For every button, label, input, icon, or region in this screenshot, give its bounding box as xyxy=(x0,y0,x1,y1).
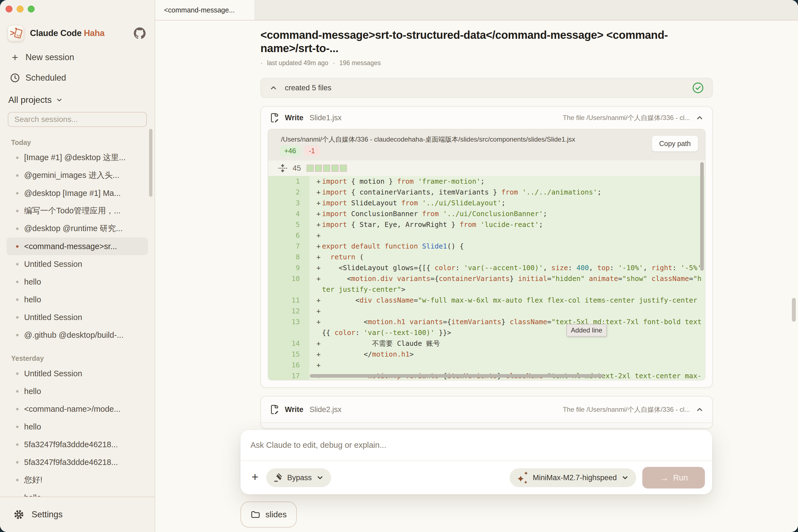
session-dot-icon xyxy=(16,299,19,301)
code-line: 8 + return ( xyxy=(268,252,705,262)
additions-badge: +46 xyxy=(280,146,300,156)
session-list-item[interactable]: Untitled Session xyxy=(7,365,148,382)
session-dot-icon xyxy=(16,156,19,159)
code-text: <motion.div variants={containerVariants}… xyxy=(322,274,705,283)
session-dot-icon xyxy=(16,281,19,283)
clock-icon xyxy=(8,73,22,83)
prompt-input[interactable] xyxy=(241,430,712,460)
scheduled-button[interactable]: Scheduled xyxy=(8,71,147,85)
line-number: 10 xyxy=(268,274,309,283)
line-number: 1 xyxy=(268,177,309,185)
github-icon[interactable] xyxy=(134,27,146,39)
code-vertical-scrollbar[interactable] xyxy=(700,162,704,271)
session-list-item[interactable]: hello xyxy=(7,291,148,308)
model-selector-dropdown[interactable]: ✦✦✦ MiniMax-M2.7-highspeed xyxy=(510,468,636,487)
line-number: 2 xyxy=(268,188,309,196)
run-button[interactable]: → Run xyxy=(642,467,705,489)
chevron-down-icon xyxy=(621,474,629,481)
line-number: 14 xyxy=(268,339,309,347)
code-text: import { motion } from 'framer-motion'; xyxy=(322,177,705,185)
code-text: </motion.h1> xyxy=(322,350,705,358)
search-sessions-input[interactable] xyxy=(8,112,147,127)
code-line: ter justify-center"> xyxy=(268,284,705,295)
file-write-card-slide2: Write Slide2.jsx The file /Users/nanmi/个… xyxy=(261,396,712,429)
code-line: 7 + export default function Slide1() { xyxy=(268,241,705,252)
sidebar-scrollbar[interactable] xyxy=(149,129,152,197)
session-dot-icon xyxy=(16,425,19,428)
code-text: export default function Slide1() { xyxy=(322,242,705,250)
session-dot-icon xyxy=(16,316,19,319)
new-session-button[interactable]: + New session xyxy=(8,51,147,64)
session-list-item[interactable]: [Image #1] @desktop 这里... xyxy=(7,149,148,167)
session-list-item[interactable]: 5fa3247f9fa3ddde46218... xyxy=(7,453,148,471)
composer-panel: + Bypass ✦✦✦ xyxy=(241,430,712,494)
code-text: return ( xyxy=(322,253,705,261)
tab-command-message[interactable]: <command-message... xyxy=(155,0,254,20)
app-title: Claude Code Haha xyxy=(30,28,104,38)
session-list-item[interactable]: <command-message>sr... xyxy=(7,238,148,255)
session-dot-icon xyxy=(16,245,19,248)
session-list-item[interactable]: 5fa3247f9fa3ddde46218... xyxy=(7,436,148,453)
code-horizontal-scrollbar[interactable] xyxy=(310,374,604,378)
line-number: 6 xyxy=(268,231,309,240)
session-list-item[interactable]: 您好! xyxy=(7,471,148,489)
session-list-item[interactable]: @gemini_images 进入头... xyxy=(7,167,148,184)
arrow-right-icon: → xyxy=(659,473,669,482)
message-count: 196 messages xyxy=(339,59,381,67)
code-line: 1 + import { motion } from 'framer-motio… xyxy=(268,176,705,187)
zoom-window-button[interactable] xyxy=(28,5,35,13)
session-list: Today [Image #1] @desktop 这里... @gemini_… xyxy=(0,128,155,496)
session-list-item[interactable]: 编写一个Todo管理应用，... xyxy=(7,202,148,220)
line-number: 16 xyxy=(268,361,309,369)
chevron-down-icon xyxy=(56,96,63,103)
diff-plus-marker: + xyxy=(309,177,322,185)
diff-block-square xyxy=(323,165,330,172)
plus-icon: + xyxy=(8,52,22,63)
session-dot-icon xyxy=(16,263,19,265)
session-dot-icon xyxy=(16,174,19,177)
chevron-up-icon[interactable] xyxy=(696,405,704,414)
diff-block-square xyxy=(331,165,339,172)
close-window-button[interactable] xyxy=(5,5,13,13)
projects-filter-dropdown[interactable]: All projects xyxy=(8,95,63,105)
file-card-header[interactable]: Write Slide2.jsx The file /Users/nanmi/个… xyxy=(261,397,712,423)
session-list-item[interactable]: <command-name>/mode... xyxy=(7,400,148,418)
session-list-item[interactable]: hello xyxy=(7,418,148,436)
session-list-item[interactable]: @.github @desktop/build-... xyxy=(7,326,148,344)
chevron-up-icon[interactable] xyxy=(696,114,704,122)
line-number: 7 xyxy=(268,242,309,250)
session-title: <command-message>srt-to-structured-data<… xyxy=(261,28,670,67)
diff-plus-marker: + xyxy=(309,307,322,315)
add-attachment-button[interactable]: + xyxy=(252,471,259,483)
settings-button[interactable]: Settings xyxy=(0,496,155,532)
code-line: 4 + import ConclusionBanner from '../ui/… xyxy=(268,208,705,219)
session-list-item[interactable]: hello xyxy=(7,489,148,496)
code-line: 12 + xyxy=(268,306,705,317)
collapsed-lines-row[interactable]: 45 xyxy=(268,160,705,176)
copy-path-button[interactable]: Copy path xyxy=(652,135,698,152)
diff-plus-marker: + xyxy=(309,264,322,272)
attachment-chip-slides[interactable]: slides xyxy=(241,501,297,528)
session-list-item[interactable]: hello xyxy=(7,273,148,291)
minimize-window-button[interactable] xyxy=(17,5,23,13)
line-number: 4 xyxy=(268,210,309,218)
main-scrollbar[interactable] xyxy=(792,298,796,322)
tab-bar: <command-message... xyxy=(155,0,798,20)
section-label-today: Today xyxy=(11,138,155,147)
code-line: 3 + import SlideLayout from '../ui/Slide… xyxy=(268,197,705,208)
session-list-item[interactable]: @desktop [Image #1] Ma... xyxy=(7,184,148,202)
line-number: 11 xyxy=(268,296,309,304)
session-list-item[interactable]: Untitled Session xyxy=(7,308,148,326)
bypass-permissions-dropdown[interactable]: Bypass xyxy=(266,468,331,487)
session-list-item[interactable]: Untitled Session xyxy=(7,255,148,273)
yesterday-session-items: Untitled Session hello <command-name>/mo… xyxy=(0,365,155,496)
diff-plus-marker: + xyxy=(309,350,322,358)
added-line-tooltip: Added line xyxy=(566,324,607,337)
model-name: MiniMax-M2.7-highspeed xyxy=(533,474,617,482)
file-card-header[interactable]: Write Slide1.jsx The file /Users/nanmi/个… xyxy=(261,107,712,129)
session-list-item[interactable]: hello xyxy=(7,382,148,400)
session-list-item[interactable]: @desktop @runtime 研究... xyxy=(7,220,148,238)
diff-blocks xyxy=(306,165,347,172)
file-write-card-slide1: Write Slide1.jsx The file /Users/nanmi/个… xyxy=(261,106,712,388)
created-files-banner[interactable]: created 5 files xyxy=(261,78,712,98)
